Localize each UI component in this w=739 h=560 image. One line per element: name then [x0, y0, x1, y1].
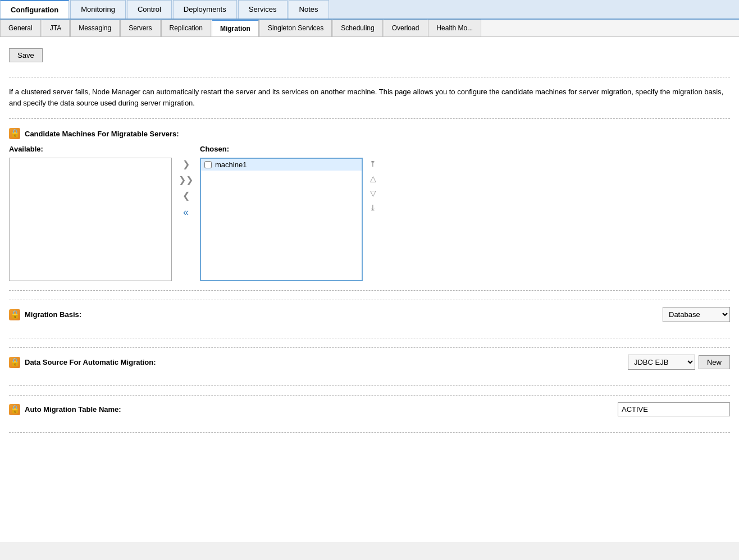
move-right-button[interactable]: ❯ — [181, 159, 191, 170]
chosen-list-side: Chosen: machine1 — [200, 145, 363, 281]
auto-migration-table-row: Auto Migration Table Name: — [9, 395, 730, 423]
machine1-checkbox[interactable] — [204, 161, 212, 168]
lock-icon — [9, 128, 20, 139]
data-source-control: JDBC EJB New — [618, 355, 730, 370]
data-source-select[interactable]: JDBC EJB — [628, 355, 695, 370]
auto-migration-table-control — [618, 402, 730, 416]
available-label: Available: — [9, 145, 172, 153]
sub-tab-health-mo[interactable]: Health Mo... — [428, 20, 481, 36]
sub-tab-singleton-services[interactable]: Singleton Services — [259, 20, 332, 36]
auto-migration-table-label-text: Auto Migration Table Name: — [25, 405, 121, 414]
move-left-button[interactable]: ❮ — [181, 190, 191, 201]
migration-basis-label-text: Migration Basis: — [25, 310, 81, 319]
sub-tab-scheduling[interactable]: Scheduling — [332, 20, 382, 36]
lock-icon-4 — [9, 404, 20, 415]
tab-configuration[interactable]: Configuration — [0, 0, 69, 19]
move-all-left-button[interactable]: « — [182, 206, 190, 218]
move-to-top-button[interactable]: ⤒ — [368, 159, 377, 169]
sub-tab-bar: General JTA Messaging Servers Replicatio… — [0, 20, 739, 37]
top-tab-bar: Configuration Monitoring Control Deploym… — [0, 0, 739, 20]
save-button[interactable]: Save — [9, 48, 43, 62]
migration-basis-select[interactable]: Database Consensus None — [663, 307, 730, 322]
sub-tab-replication[interactable]: Replication — [161, 20, 211, 36]
tab-notes[interactable]: Notes — [289, 0, 329, 19]
available-list-side: Available: — [9, 145, 172, 281]
tab-monitoring[interactable]: Monitoring — [70, 0, 126, 19]
data-source-row: Data Source For Automatic Migration: JDB… — [9, 347, 730, 377]
dual-list-container: Available: ❯ ❯❯ ❮ « Chosen: machine1 — [9, 145, 730, 281]
move-up-button[interactable]: △ — [369, 173, 377, 183]
candidate-machines-section: Candidate Machines For Migratable Server… — [9, 128, 730, 281]
list-transfer-arrows: ❯ ❯❯ ❮ « — [177, 145, 194, 218]
order-buttons: ⤒ △ ▽ ⤓ — [368, 145, 377, 213]
lock-icon-2 — [9, 309, 20, 320]
data-source-label-text: Data Source For Automatic Migration: — [25, 358, 156, 366]
candidate-machines-header: Candidate Machines For Migratable Server… — [9, 128, 730, 139]
available-list-box[interactable] — [9, 158, 172, 281]
machine1-label: machine1 — [215, 160, 247, 169]
migration-basis-row: Migration Basis: Database Consensus None — [9, 300, 730, 329]
tab-deployments[interactable]: Deployments — [173, 0, 237, 19]
lock-icon-3 — [9, 357, 20, 368]
chosen-label: Chosen: — [200, 145, 363, 153]
sub-tab-jta[interactable]: JTA — [42, 20, 70, 36]
sub-tab-messaging[interactable]: Messaging — [70, 20, 120, 36]
move-down-button[interactable]: ▽ — [369, 188, 377, 198]
migration-basis-control: Database Consensus None — [618, 307, 730, 322]
main-content: Save If a clustered server fails, Node M… — [0, 37, 739, 542]
new-data-source-button[interactable]: New — [699, 355, 730, 369]
move-all-right-button[interactable]: ❯❯ — [177, 175, 194, 186]
sub-tab-migration[interactable]: Migration — [212, 20, 259, 36]
migration-basis-label: Migration Basis: — [9, 309, 618, 320]
list-item: machine1 — [201, 159, 362, 171]
sub-tab-overload[interactable]: Overload — [384, 20, 428, 36]
sub-tab-general[interactable]: General — [0, 20, 41, 36]
description-text: If a clustered server fails, Node Manage… — [9, 86, 730, 108]
sub-tab-servers[interactable]: Servers — [120, 20, 160, 36]
move-to-bottom-button[interactable]: ⤓ — [368, 203, 377, 213]
data-source-label: Data Source For Automatic Migration: — [9, 357, 618, 368]
candidate-machines-title: Candidate Machines For Migratable Server… — [25, 130, 179, 138]
auto-migration-table-label: Auto Migration Table Name: — [9, 404, 618, 415]
auto-migration-table-input[interactable] — [618, 402, 730, 416]
tab-services[interactable]: Services — [238, 0, 288, 19]
chosen-list-box[interactable]: machine1 — [200, 158, 363, 281]
tab-control[interactable]: Control — [127, 0, 172, 19]
